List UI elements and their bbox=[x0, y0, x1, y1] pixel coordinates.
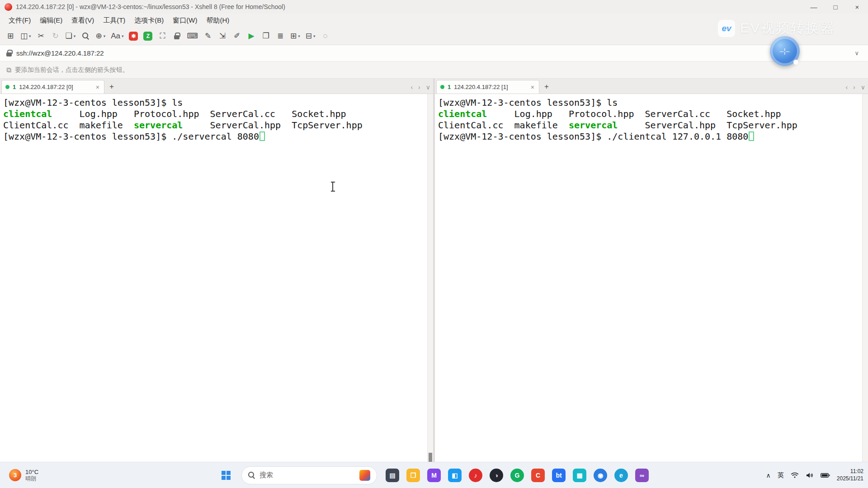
maximize-button[interactable]: □ bbox=[825, 0, 846, 14]
dropdown-caret-icon[interactable]: ▾ bbox=[313, 34, 316, 38]
dropdown-caret-icon[interactable]: ▾ bbox=[29, 34, 31, 38]
menu-item-tab[interactable]: 选项卡(B) bbox=[130, 14, 168, 27]
taskbar-app-music[interactable]: ♪ bbox=[467, 466, 485, 484]
tab-bar-right: 1 124.220.4.187:22 [1] × + ‹ › ∨ bbox=[435, 79, 868, 94]
dropdown-caret-icon[interactable]: ▾ bbox=[104, 34, 106, 38]
search-placeholder: 搜索 bbox=[259, 471, 355, 479]
tab-scroll-right-button[interactable]: › bbox=[418, 84, 420, 90]
disconnect-button[interactable]: ✂ bbox=[34, 29, 48, 43]
dropdown-caret-icon[interactable]: ▾ bbox=[74, 34, 76, 38]
xshell-window: 124.220.4.187:22 [0] - wzx@VM-12-3-cento… bbox=[0, 0, 868, 488]
run-script-button[interactable]: ▶ bbox=[245, 29, 258, 43]
taskbar-clock[interactable]: 11:02 2025/11/21 bbox=[837, 468, 863, 482]
terminal-output-right[interactable]: [wzx@VM-12-3-centos lesson53]$ lsclientc… bbox=[435, 94, 868, 475]
menu-item-file[interactable]: 文件(F) bbox=[5, 14, 35, 27]
terminal-wrap-right: [wzx@VM-12-3-centos lesson53]$ lsclientc… bbox=[435, 94, 868, 475]
panes-button[interactable]: ❐ bbox=[259, 29, 273, 43]
menu-item-edit[interactable]: 编辑(E) bbox=[36, 14, 66, 27]
taskbar-app-vscode[interactable]: ◧ bbox=[446, 466, 464, 484]
search-daily-image-icon[interactable] bbox=[359, 470, 370, 481]
taskbar-app-edge[interactable]: e bbox=[612, 466, 630, 484]
open-sessions-button[interactable]: ◫▾ bbox=[18, 29, 33, 43]
new-window-button[interactable]: ⊞▾ bbox=[288, 29, 302, 43]
dropdown-caret-icon[interactable]: ▾ bbox=[298, 34, 300, 38]
scrollbar-left[interactable] bbox=[427, 94, 433, 475]
taskbar-weather-widget[interactable]: 3 10°C 晴朗 bbox=[5, 462, 42, 488]
menu-item-view[interactable]: 查看(V) bbox=[67, 14, 98, 27]
properties-button[interactable]: ≣ bbox=[274, 29, 287, 43]
start-button[interactable] bbox=[217, 466, 235, 484]
terminal-text: [wzx@VM-12-3-centos lesson53]$ ls bbox=[3, 97, 183, 108]
tab-number: 1 bbox=[448, 84, 451, 90]
pen-icon: ✎ bbox=[205, 32, 211, 40]
weather-temp: 10°C bbox=[25, 469, 38, 476]
terminal-output-left[interactable]: [wzx@VM-12-3-centos lesson53]$ lsclientc… bbox=[0, 94, 433, 475]
battery-icon[interactable] bbox=[821, 473, 830, 478]
compose-button[interactable]: ✐ bbox=[230, 29, 244, 43]
import-button[interactable]: ⇲ bbox=[216, 29, 229, 43]
ev-float-ball[interactable]: –¦– bbox=[770, 36, 800, 66]
taskbar-search-box[interactable]: 搜索 bbox=[241, 466, 377, 484]
record-button[interactable]: ◌ bbox=[319, 29, 332, 43]
close-button[interactable]: × bbox=[846, 0, 868, 14]
tab-list-button[interactable]: ∨ bbox=[426, 84, 430, 90]
address-bar[interactable]: ssh://wzx@124.220.4.187:22 ∨ bbox=[0, 45, 868, 61]
taskbar-app-visual-studio[interactable]: ∞ bbox=[633, 466, 651, 484]
fullscreen-button[interactable]: ⛶ bbox=[156, 29, 169, 43]
xagent-button[interactable]: ✱ bbox=[127, 29, 140, 43]
highlight-button[interactable]: ✎ bbox=[201, 29, 215, 43]
menu-item-tools[interactable]: 工具(T) bbox=[99, 14, 129, 27]
tab-close-button[interactable]: × bbox=[530, 84, 535, 91]
volume-icon[interactable] bbox=[806, 472, 814, 479]
window-controls: — □ × bbox=[803, 0, 868, 14]
taskbar-app-green-g[interactable]: G bbox=[508, 466, 526, 484]
minimize-button[interactable]: — bbox=[803, 0, 825, 14]
tile-windows-button[interactable]: ⊟▾ bbox=[303, 29, 318, 43]
play-window-icon: ▶ bbox=[248, 32, 254, 40]
lock-screen-button[interactable] bbox=[170, 29, 184, 43]
dropdown-caret-icon[interactable]: ▾ bbox=[122, 34, 124, 38]
taskbar-app-purple-m[interactable]: M bbox=[425, 466, 443, 484]
menu-item-help[interactable]: 帮助(H) bbox=[202, 14, 233, 27]
encoding-button[interactable]: ⊕▾ bbox=[93, 29, 108, 43]
duplicate-session-button[interactable]: ❏▾ bbox=[63, 29, 78, 43]
session-tab-left[interactable]: 1 124.220.4.187:22 [0] × bbox=[1, 80, 104, 94]
session-status-dot bbox=[5, 85, 9, 89]
wifi-icon[interactable] bbox=[791, 472, 799, 479]
terminal-text: Log.hpp Protocol.hpp ServerCal.cc Socket… bbox=[487, 108, 781, 119]
session-url[interactable]: ssh://wzx@124.220.4.187:22 bbox=[16, 49, 847, 57]
tab-scroll-left-button[interactable]: ‹ bbox=[410, 84, 413, 90]
tab-scroll-left-button[interactable]: ‹ bbox=[845, 84, 848, 90]
folder-open-icon: ◫ bbox=[20, 32, 28, 40]
taskbar-app-red-c[interactable]: C bbox=[529, 466, 547, 484]
terminal-wrap-left: [wzx@VM-12-3-centos lesson53]$ lsclientc… bbox=[0, 94, 433, 475]
taskbar-app-photos[interactable]: ▦ bbox=[571, 466, 589, 484]
taskbar-app-bt[interactable]: bt bbox=[550, 466, 568, 484]
terminal-line: clientcal Log.hpp Protocol.hpp ServerCal… bbox=[3, 108, 425, 120]
tab-close-button[interactable]: × bbox=[95, 84, 100, 91]
find-button[interactable] bbox=[79, 29, 92, 43]
xftp-button[interactable]: Z bbox=[141, 29, 155, 43]
terminal-line: ClientCal.cc makefile servercal ServerCa… bbox=[3, 120, 425, 131]
font-button[interactable]: Aa▾ bbox=[108, 29, 126, 43]
new-session-button[interactable]: ⊞ bbox=[4, 29, 17, 43]
session-tab-right[interactable]: 1 124.220.4.187:22 [1] × bbox=[436, 80, 539, 94]
hidden-icons-button[interactable]: ∧ bbox=[766, 472, 771, 479]
taskbar-app-explorer[interactable]: ❒ bbox=[404, 466, 422, 484]
input-language-button[interactable]: 英 bbox=[778, 471, 784, 479]
scrollbar-right[interactable] bbox=[862, 94, 868, 475]
new-tab-button[interactable]: + bbox=[541, 81, 552, 93]
taskbar-app-files[interactable]: ▤ bbox=[383, 466, 401, 484]
tab-scroll-right-button[interactable]: › bbox=[853, 84, 855, 90]
taskbar-app-dark[interactable]: ◑ bbox=[487, 466, 505, 484]
log-button[interactable]: ⌨ bbox=[184, 29, 200, 43]
xshell-app-icon bbox=[5, 3, 12, 11]
taskbar-app-compass[interactable]: ◉ bbox=[591, 466, 609, 484]
menu-item-window[interactable]: 窗口(W) bbox=[169, 14, 201, 27]
tab-list-button[interactable]: ∨ bbox=[861, 84, 865, 90]
new-tab-button[interactable]: + bbox=[106, 81, 118, 93]
address-dropdown-icon[interactable]: ∨ bbox=[852, 50, 862, 56]
terminal-text: ServerCal.hpp TcpServer.hpp bbox=[183, 120, 362, 131]
terminal-text: ServerCal.hpp TcpServer.hpp bbox=[618, 120, 797, 131]
reconnect-button[interactable]: ↻ bbox=[49, 29, 62, 43]
